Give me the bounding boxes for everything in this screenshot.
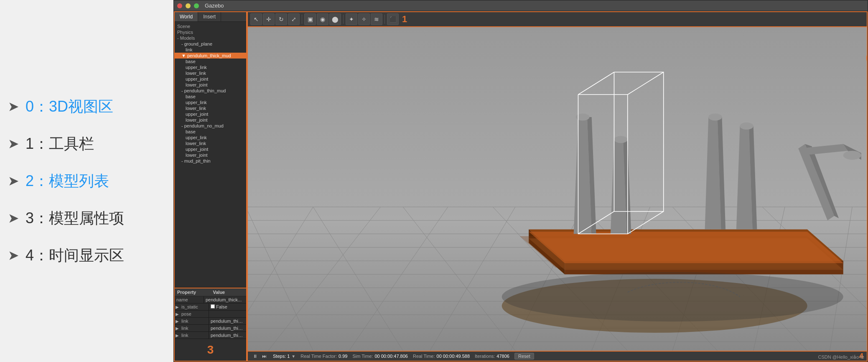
steps-arrow[interactable]: ▼ <box>291 354 295 359</box>
simtime-label: Sim Time: <box>353 354 373 359</box>
prop-expand-link1[interactable]: ▶ <box>175 319 180 324</box>
annotation-1: ➤ 1：工具栏 <box>8 134 165 154</box>
tree-thin-lower-joint[interactable]: lower_joint <box>175 117 246 123</box>
prop-expand-link2[interactable]: ▶ <box>175 326 180 331</box>
prop-val-name: pendulum_thick... <box>204 296 246 303</box>
annotation-text-2: 2：模型列表 <box>25 171 109 191</box>
static-checkbox[interactable] <box>211 304 215 308</box>
prop-expand-link3[interactable]: ▶ <box>175 333 180 338</box>
prop-col-property: Property <box>175 288 211 296</box>
tree-thick-base[interactable]: base <box>175 59 246 64</box>
arrow-1: ➤ <box>8 137 18 151</box>
tool-sphere[interactable]: ◉ <box>317 13 328 25</box>
tool-select[interactable]: ↖ <box>250 13 262 25</box>
pause-control[interactable]: ⏸ ⏭ <box>251 352 268 360</box>
annotation-4: ➤ 4：时间显示区 <box>8 245 165 266</box>
prop-expand-pose[interactable]: ▶ <box>175 312 180 316</box>
realtime-factor-label: Real Time Factor: <box>300 354 337 359</box>
tree-ground-link[interactable]: link <box>175 47 246 53</box>
annotation-0: ➤ 0：3D视图区 <box>8 97 165 117</box>
prop-row-name: name pendulum_thick... <box>175 296 246 303</box>
label-3-number: 3 <box>175 339 246 361</box>
close-dot[interactable] <box>177 3 182 8</box>
realtime-factor-value: 0.99 <box>339 354 347 359</box>
tree-pendulum-thick[interactable]: ▼ pendulum_thick_mud <box>175 53 246 59</box>
tree-thin-upper-link[interactable]: upper_link <box>175 99 246 105</box>
realtime-factor-item: Real Time Factor: 0.99 <box>300 354 347 359</box>
tree-thick-upper-joint[interactable]: upper_joint <box>175 76 246 82</box>
prop-val-link2: pendulum_thick... <box>209 325 246 331</box>
tool-box[interactable]: ▣ <box>304 13 316 25</box>
tab-world[interactable]: World <box>175 12 198 21</box>
tool-spot[interactable]: ≋ <box>371 13 382 25</box>
tree-pendulum-thin[interactable]: - pendulum_thin_mud <box>175 88 246 94</box>
scene-3d[interactable]: 0 <box>248 27 867 351</box>
tree-no-lower-joint[interactable]: lower_joint <box>175 152 246 158</box>
tool-rotate[interactable]: ↻ <box>275 13 287 25</box>
tree-no-base[interactable]: base <box>175 129 246 135</box>
steps-value: Steps: 1 <box>273 354 290 359</box>
prop-expand-static: ▶ <box>175 305 180 309</box>
prop-key-pose: pose <box>180 311 209 317</box>
tree-no-upper-joint[interactable]: upper_joint <box>175 146 246 152</box>
svg-text:0: 0 <box>865 50 867 66</box>
tree-no-upper-link[interactable]: upper_link <box>175 135 246 140</box>
tab-insert[interactable]: Insert <box>198 12 221 21</box>
tree-physics[interactable]: Physics <box>175 29 246 35</box>
tool-camera[interactable]: ⬛ <box>387 13 399 25</box>
arrow-2: ➤ <box>8 174 18 188</box>
realtime-label: Real Time: <box>413 354 435 359</box>
prop-row-link3: ▶ link pendulum_thick... <box>175 332 246 339</box>
tree-no-lower-link[interactable]: lower_link <box>175 140 246 146</box>
prop-col-value: Value <box>211 288 247 296</box>
world-tree[interactable]: Scene Physics - Models - ground_plane li… <box>175 22 246 287</box>
svg-point-35 <box>502 272 843 321</box>
tree-thick-lower-joint[interactable]: lower_joint <box>175 82 246 88</box>
annotation-3: ➤ 3：模型属性项 <box>8 208 165 229</box>
tool-cylinder[interactable]: ⬤ <box>329 13 341 25</box>
iterations-item: Iterations: 47806 <box>475 354 509 359</box>
pause-button[interactable]: ⏸ <box>251 352 259 360</box>
realtime-value: 00 00:00:49.588 <box>437 354 470 359</box>
annotation-2: ➤ 2：模型列表 <box>8 171 165 191</box>
iterations-label: Iterations: <box>475 354 495 359</box>
watermark: CSDN @Hello_xiǎo-fè <box>818 354 864 360</box>
annotation-text-3: 3：模型属性项 <box>25 208 124 229</box>
prop-row-pose: ▶ pose <box>175 311 246 318</box>
tree-scene[interactable]: Scene <box>175 23 246 29</box>
prop-key-static: is_static <box>180 303 209 310</box>
properties-panel: Property Value name pendulum_thick... ▶ … <box>175 287 246 361</box>
tab-bar: World Insert <box>175 12 246 22</box>
prop-val-link1: pendulum_thick... <box>209 318 246 324</box>
tool-translate[interactable]: ✛ <box>263 13 275 25</box>
tree-mud-pit[interactable]: - mud_pit_thin <box>175 158 246 164</box>
reset-button[interactable]: Reset <box>514 353 534 359</box>
tree-thin-upper-joint[interactable]: upper_joint <box>175 111 246 117</box>
prop-key-link2: link <box>180 325 209 331</box>
tree-models[interactable]: - Models <box>175 35 246 41</box>
maximize-dot[interactable] <box>194 3 199 8</box>
arrow-4: ➤ <box>8 249 18 263</box>
tree-pendulum-no[interactable]: - pendulum_no_mud <box>175 123 246 129</box>
tree-thick-upper-link[interactable]: upper_link <box>175 64 246 70</box>
tree-thin-base[interactable]: base <box>175 94 246 99</box>
prop-val-static: False <box>209 303 246 310</box>
minimize-dot[interactable] <box>186 3 191 8</box>
tree-ground-plane[interactable]: - ground_plane <box>175 41 246 47</box>
tool-scale[interactable]: ⤢ <box>288 13 300 25</box>
toolbar: ↖ ✛ ↻ ⤢ ▣ ◉ ⬤ ✦ ✧ ≋ ⬛ 1 <box>248 12 867 27</box>
iterations-value: 47806 <box>496 354 509 359</box>
properties-header: Property Value <box>175 288 246 296</box>
tool-pointlight[interactable]: ✧ <box>358 13 370 25</box>
prop-row-link1: ▶ link pendulum_thick... <box>175 318 246 325</box>
annotation-text-4: 4：时间显示区 <box>25 245 124 266</box>
tree-thin-lower-link[interactable]: lower_link <box>175 105 246 111</box>
sep2 <box>343 15 344 24</box>
viewport[interactable]: ↖ ✛ ↻ ⤢ ▣ ◉ ⬤ ✦ ✧ ≋ ⬛ 1 <box>247 11 868 362</box>
steps-item: Steps: 1 ▼ <box>273 354 295 359</box>
step-button[interactable]: ⏭ <box>260 352 268 360</box>
svg-marker-34 <box>529 232 843 263</box>
tree-thick-lower-link[interactable]: lower_link <box>175 70 246 76</box>
tool-light[interactable]: ✦ <box>346 13 357 25</box>
arrow-0: ➤ <box>8 100 18 114</box>
